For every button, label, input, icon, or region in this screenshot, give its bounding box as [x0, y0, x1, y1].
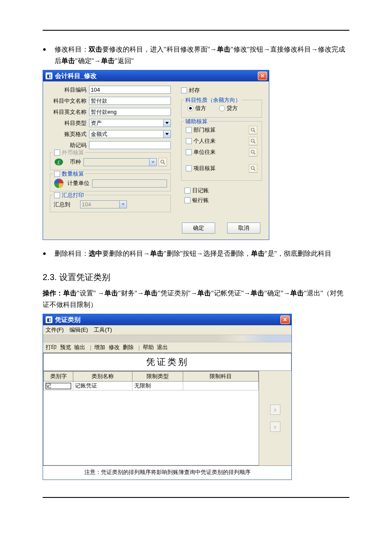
close-button[interactable]: ✕ [258, 72, 267, 80]
chevron-down-icon[interactable] [163, 130, 170, 138]
svg-point-7 [251, 139, 254, 142]
move-down-button[interactable]: ∨ [270, 422, 280, 432]
checkbox-project[interactable]: 项目核算 [186, 165, 249, 172]
group-nature: 科目性质（余额方向） 借方 贷方 [181, 100, 262, 118]
input-ename[interactable] [89, 108, 171, 116]
svg-point-5 [251, 128, 254, 131]
tb-exit[interactable]: 退出 [157, 344, 168, 350]
move-up-button[interactable]: ∧ [270, 405, 280, 415]
tb-del[interactable]: 删除 [123, 344, 134, 350]
select-type[interactable]: 资产 [89, 119, 171, 127]
checkbox-seal[interactable]: 封存 [181, 87, 200, 94]
svg-text:£: £ [58, 159, 61, 165]
txt: 要修改的科目，进入"科目修改界面"→ [102, 46, 217, 53]
tb-preview[interactable]: 预览 [60, 344, 71, 350]
label-seal: 封存 [189, 87, 200, 94]
label-unit-contact: 单位往来 [193, 148, 216, 156]
cancel-button[interactable]: 取消 [227, 223, 260, 234]
dialog-title: 会计科目_修改 [55, 72, 97, 80]
group-summary: 汇总打印 汇总到 104 [50, 195, 171, 212]
checkbox-dept[interactable]: 部门核算 [186, 126, 249, 134]
label-format: 账页格式 [50, 130, 89, 138]
checkbox-journal[interactable]: 日记账 [184, 187, 209, 194]
ok-button[interactable]: 确定 [182, 223, 215, 234]
input-unit [92, 179, 167, 188]
input-cname[interactable] [89, 97, 171, 105]
checkbox-summary[interactable]: 汇总打印 [54, 191, 84, 199]
note-text: 注意：凭证类别的排列顺序将影响到账簿查询中凭证类别的排列顺序 [43, 465, 291, 480]
menu-edit[interactable]: 编辑(E) [69, 327, 88, 333]
txt: 选中 [89, 250, 102, 257]
dialog-account-modify: ◧ 会计科目_修改 ✕ 科目编码 科目中文名称 科目英文名称 科目类型 资产 账… [43, 70, 269, 240]
titlebar: ◧ 会计科目_修改 ✕ [43, 70, 269, 81]
select-format-value: 金额式 [91, 130, 107, 138]
section-heading: 2.3. 设置凭证类别 [43, 272, 349, 283]
input-mnemonic[interactable] [89, 141, 171, 149]
label-qty-group: 数量核算 [62, 170, 84, 178]
label-journal: 日记账 [192, 187, 209, 194]
label-fx-group: 外币核算 [62, 149, 84, 156]
radio-credit[interactable]: 贷方 [219, 104, 238, 112]
lookup-personal-button[interactable] [249, 137, 257, 145]
svg-line-8 [254, 142, 255, 143]
page-rule-top [43, 30, 349, 31]
label-debit: 借方 [195, 104, 206, 112]
label-sum-group: 汇总打印 [62, 191, 84, 199]
select-format[interactable]: 金额式 [89, 130, 171, 138]
lookup-currency-button[interactable] [159, 158, 167, 166]
label-bank: 银行账 [192, 197, 209, 204]
bullet-delete: 删除科目：选中要删除的科目→单击"删除"按钮→选择是否删除，单击"是"，彻底删除… [43, 248, 349, 259]
close-button[interactable]: ✕ [280, 315, 290, 324]
category-grid[interactable]: 类别字 类别名称 限制类型 限制科目 记账凭证 无限制 [43, 371, 259, 465]
txt: 单击 [197, 289, 211, 297]
txt: "凭证类别"→ [158, 289, 197, 297]
lookup-unit-button[interactable] [249, 148, 257, 156]
svg-point-11 [251, 167, 254, 170]
dialog-title: 凭证类别 [55, 316, 81, 324]
radio-debit[interactable]: 借方 [187, 104, 206, 112]
cell-restrict-type: 无限制 [133, 382, 183, 390]
txt: "记帐凭证"→ [211, 289, 251, 297]
checkbox-qty[interactable]: 数量核算 [54, 170, 84, 178]
tb-print[interactable]: 打印 [46, 344, 57, 350]
tb-output[interactable]: 输出 [74, 344, 85, 350]
menu-file[interactable]: 文件(F) [46, 327, 64, 333]
label-currency: 币种 [66, 158, 84, 166]
svg-line-3 [164, 163, 165, 164]
label-credit: 贷方 [227, 104, 238, 112]
txt: 要删除的科目→ [102, 250, 150, 257]
table-row[interactable]: 记账凭证 无限制 [44, 382, 259, 390]
txt: "是"，彻底删除此科目 [265, 250, 331, 257]
checkbox-bank[interactable]: 银行账 [184, 197, 209, 204]
checkbox-unit-contact[interactable]: 单位往来 [186, 148, 249, 156]
app-icon: ◧ [46, 316, 52, 323]
tb-add[interactable]: 增加 [94, 344, 105, 350]
tb-help[interactable]: 帮助 [143, 344, 154, 350]
label-mnemonic: 助记码 [50, 142, 89, 149]
txt: "确定"→ [264, 289, 290, 297]
checkbox-personal[interactable]: 个人往来 [186, 137, 249, 145]
label-sum-to: 汇总到 [54, 201, 80, 208]
panel-title: 凭证类别 [43, 353, 291, 371]
checkbox-fx[interactable]: 外币核算 [54, 149, 84, 156]
label-ename: 科目英文名称 [50, 108, 89, 116]
label-aux-group: 辅助核算 [184, 118, 209, 125]
lookup-project-button[interactable] [249, 164, 257, 173]
lookup-dept-button[interactable] [249, 126, 257, 134]
toolbar: 打印 预览 输出 | 增加 修改 删除 | 帮助 退出 [43, 342, 291, 353]
app-icon: ◧ [46, 72, 52, 79]
chevron-down-icon[interactable] [163, 119, 170, 127]
cell-char-input[interactable] [46, 383, 71, 389]
label-type: 科目类型 [50, 119, 89, 127]
txt: 删除科目： [55, 250, 89, 257]
col-char: 类别字 [44, 372, 73, 382]
menu-tool[interactable]: 工具(T) [94, 327, 112, 333]
input-code[interactable] [89, 86, 171, 94]
label-personal: 个人往来 [193, 137, 216, 145]
group-qty: 数量核算 计量单位 [50, 173, 171, 191]
txt: 操作：单击 [43, 289, 77, 297]
tb-modify[interactable]: 修改 [109, 344, 120, 350]
bullet-list-1: 修改科目：双击要修改的科目，进入"科目修改界面"→单击"修改"按钮→直接修改科目… [43, 43, 349, 66]
txt: "设置" → [77, 289, 104, 297]
page-rule-bottom [43, 497, 349, 498]
